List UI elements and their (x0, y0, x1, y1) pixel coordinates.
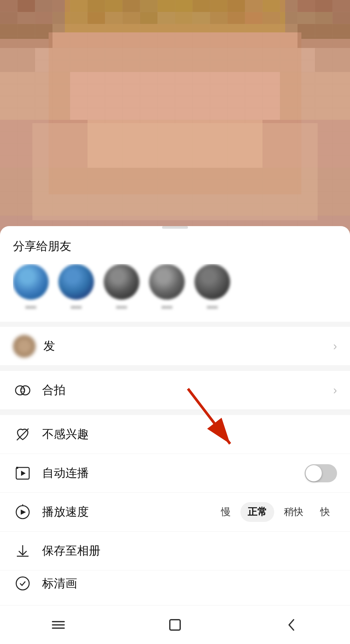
buganxingqu-label: 不感兴趣 (42, 426, 337, 442)
svg-rect-41 (298, 12, 315, 24)
svg-rect-11 (122, 0, 140, 12)
svg-rect-43 (332, 12, 350, 24)
svg-rect-42 (315, 12, 332, 24)
svg-rect-31 (122, 12, 140, 24)
svg-point-99 (21, 389, 24, 392)
svg-rect-5 (18, 0, 35, 12)
nav-back-button[interactable] (279, 612, 305, 638)
autoplay-icon (13, 464, 32, 483)
svg-rect-13 (158, 0, 175, 12)
svg-rect-25 (18, 12, 35, 24)
back-chevron-icon (283, 616, 301, 634)
svg-rect-27 (52, 12, 70, 24)
speed-icon (13, 502, 32, 522)
menu-item-save[interactable]: 保存至相册 (0, 532, 350, 570)
svg-rect-40 (280, 12, 298, 24)
share-section: 分享给朋友 •••• •••• •••• •••• •••• (0, 229, 350, 322)
menu-divider-2 (0, 366, 350, 371)
share-avatar-3[interactable]: •••• (104, 264, 139, 312)
square-icon (166, 616, 184, 634)
svg-rect-103 (16, 467, 18, 469)
speed-fast-button[interactable]: 快 (313, 502, 337, 522)
avatar-name-2: •••• (71, 303, 82, 312)
avatar-name-3: •••• (116, 303, 127, 312)
svg-rect-37 (228, 12, 245, 24)
svg-rect-17 (228, 0, 245, 12)
svg-rect-12 (140, 0, 158, 12)
svg-rect-9 (88, 0, 105, 12)
avatar-name-4: •••• (161, 303, 172, 312)
svg-rect-39 (262, 12, 280, 24)
svg-rect-8 (70, 0, 88, 12)
menu-item-weifa[interactable]: 发 › (0, 327, 350, 366)
video-area (0, 0, 350, 240)
hepai-label: 合拍 (42, 382, 333, 398)
hepai-icon (13, 381, 32, 400)
speed-normal-button[interactable]: 正常 (240, 502, 274, 522)
svg-rect-35 (192, 12, 210, 24)
toggle-knob (306, 465, 322, 481)
svg-rect-32 (140, 12, 158, 24)
svg-marker-102 (21, 471, 26, 476)
speed-slow-button[interactable]: 慢 (214, 502, 238, 522)
svg-rect-4 (0, 0, 18, 12)
bottom-sheet: 分享给朋友 •••• •••• •••• •••• •••• (0, 226, 350, 644)
svg-rect-21 (298, 0, 315, 12)
share-avatars-row: •••• •••• •••• •••• •••• (13, 264, 337, 315)
svg-rect-16 (210, 0, 228, 12)
share-avatar-5[interactable]: •••• (194, 264, 230, 312)
nav-home-button[interactable] (162, 612, 188, 638)
svg-rect-14 (175, 0, 192, 12)
svg-rect-28 (70, 12, 88, 24)
share-avatar-1[interactable]: •••• (13, 264, 49, 312)
menu-item-autoplay[interactable]: 自动连播 (0, 454, 350, 493)
svg-rect-22 (315, 0, 332, 12)
svg-rect-29 (88, 12, 105, 24)
share-title: 分享给朋友 (13, 238, 337, 254)
svg-rect-36 (210, 12, 228, 24)
share-avatar-4[interactable]: •••• (149, 264, 185, 312)
avatar-name-5: •••• (207, 303, 218, 312)
menu-item-speed: 播放速度 慢 正常 稍快 快 (0, 493, 350, 532)
nav-menu-button[interactable] (45, 612, 71, 638)
svg-point-107 (16, 577, 29, 590)
avatar-image-5 (194, 264, 230, 300)
weifa-avatar (13, 335, 36, 358)
speed-controls: 慢 正常 稍快 快 (214, 502, 337, 522)
menu-item-buganxingqu[interactable]: 不感兴趣 (0, 415, 350, 454)
svg-rect-26 (35, 12, 52, 24)
partial-icon (13, 574, 32, 593)
svg-rect-6 (35, 0, 52, 12)
svg-marker-105 (21, 510, 26, 515)
avatar-image-3 (104, 264, 139, 300)
svg-rect-33 (158, 12, 175, 24)
speed-slightly-fast-button[interactable]: 稍快 (277, 502, 310, 522)
svg-rect-112 (170, 620, 180, 630)
svg-rect-20 (280, 0, 298, 12)
svg-rect-23 (332, 0, 350, 12)
menu-divider-1 (0, 322, 350, 327)
menu-item-hepai[interactable]: 合拍 › (0, 371, 350, 410)
save-label: 保存至相册 (42, 543, 337, 559)
speed-label: 播放速度 (42, 504, 214, 520)
avatar-name-1: •••• (25, 303, 36, 312)
svg-rect-30 (105, 12, 122, 24)
svg-rect-18 (245, 0, 262, 12)
autoplay-label: 自动连播 (42, 465, 305, 481)
svg-rect-38 (245, 12, 262, 24)
save-icon (13, 541, 32, 561)
menu-item-partial[interactable]: 标清画 (0, 570, 350, 596)
weifa-chevron-icon: › (333, 339, 337, 353)
share-avatar-2[interactable]: •••• (58, 264, 94, 312)
video-mosaic (0, 0, 350, 240)
drag-handle[interactable] (162, 226, 188, 229)
svg-rect-34 (175, 12, 192, 24)
hepai-chevron-icon: › (333, 384, 337, 397)
avatar-image-4 (149, 264, 185, 300)
buganxingqu-icon (13, 425, 32, 444)
bottom-nav (0, 605, 350, 644)
svg-rect-96 (32, 123, 318, 220)
weifa-label: 发 (43, 338, 333, 354)
svg-rect-15 (192, 0, 210, 12)
autoplay-toggle[interactable] (305, 464, 337, 482)
